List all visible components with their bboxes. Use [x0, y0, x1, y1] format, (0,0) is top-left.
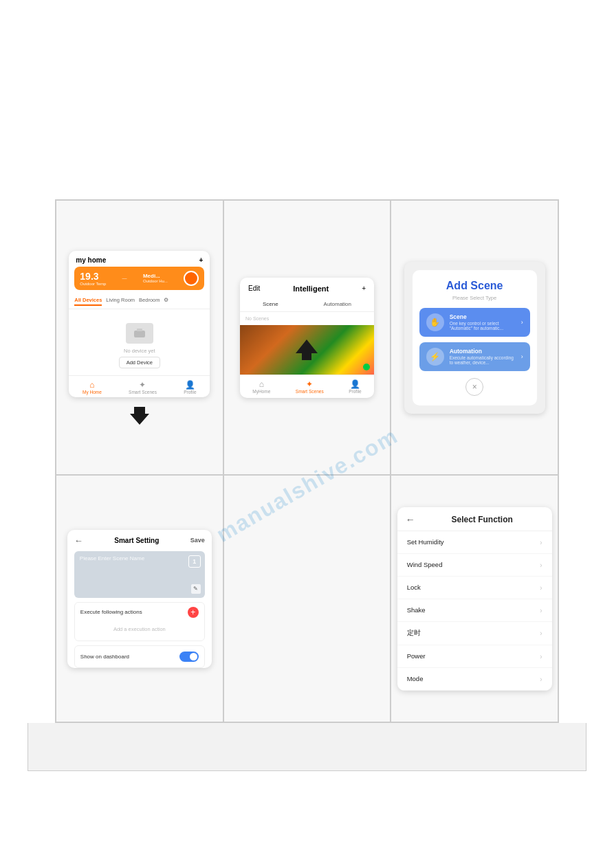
function-item-arrow-icon: › [540, 629, 542, 637]
bottom-gray-bar [28, 723, 586, 771]
edit-label[interactable]: Edit [248, 285, 260, 292]
scenes-nav-home[interactable]: ⌂ MyHome [252, 379, 270, 394]
settings-icon[interactable]: ⚙ [164, 297, 168, 306]
intelligent-label: Intelligent [293, 285, 329, 293]
scenes-nav-profile[interactable]: 👤 Profile [349, 379, 361, 394]
function-item-arrow-icon: › [540, 675, 542, 683]
smart-setting-screen: ← Smart Setting Save Please Enter Scene … [67, 530, 212, 668]
cell-empty-middle [223, 475, 391, 722]
humidity-label: Outdoor Hu... [143, 279, 168, 283]
automation-icon: ⚡ [426, 348, 444, 366]
nav-smart-scenes[interactable]: ✦ Smart Scenes [129, 380, 157, 394]
scene-number-badge: 1 [188, 555, 201, 568]
nav-my-home[interactable]: ⌂ My Home [83, 380, 102, 394]
function-header: ← Select Function [397, 507, 552, 531]
scene-option-arrow-icon: › [521, 319, 523, 326]
scene-option-title: Scene [450, 313, 516, 320]
cell-select-function: ← Select Function Set Humidity › Wind Sp… [391, 475, 558, 722]
automation-option-arrow-icon: › [521, 353, 523, 360]
scene-option-desc: One key control or select "Automatic" fo… [450, 321, 516, 331]
add-home-icon[interactable]: + [199, 256, 203, 264]
device-area: No device yet Add Device [69, 309, 210, 375]
function-item[interactable]: Lock › [397, 577, 552, 599]
tab-living-room[interactable]: Living Room [106, 297, 135, 306]
down-arrow-indicator [130, 407, 149, 425]
function-item[interactable]: Wind Speed › [397, 554, 552, 577]
dash-separator: — [122, 276, 127, 280]
dashboard-section: Show on dashboard [74, 645, 205, 668]
dashboard-label: Show on dashboard [80, 654, 129, 660]
medi-label: Medi... [143, 273, 168, 279]
automation-tab[interactable]: Automation [324, 300, 351, 309]
my-home-screen: my home + 19.3 Outdoor Temp — Medi... Ou… [69, 251, 210, 397]
actions-section: Execute following actions + Add a execut… [74, 602, 205, 641]
add-scene-subtitle: Please Select Type [419, 295, 530, 301]
function-item-arrow-icon: › [540, 561, 542, 569]
automation-option-button[interactable]: ⚡ Automation Execute automatically accor… [419, 342, 530, 371]
actions-header: Execute following actions + [80, 607, 199, 618]
select-function-screen: ← Select Function Set Humidity › Wind Sp… [397, 507, 552, 691]
dashboard-toggle[interactable] [179, 652, 199, 662]
status-dot [363, 364, 370, 370]
function-item-arrow-icon: › [540, 606, 542, 614]
scene-name-placeholder[interactable]: Please Enter Scene Name [80, 555, 144, 561]
setting-back-icon[interactable]: ← [74, 535, 83, 546]
scene-name-box: Please Enter Scene Name 1 ✎ [74, 551, 205, 598]
function-item-label: Set Humidity [407, 538, 444, 546]
device-tab-bar: All Devices Living Room Bedroom ⚙ [69, 294, 210, 309]
function-item[interactable]: 定时 › [397, 622, 552, 645]
add-scene-card: Add Scene Please Select Type ✋ Scene One… [413, 270, 537, 405]
automation-option-title: Automation [450, 348, 516, 355]
setting-title: Smart Setting [114, 537, 159, 544]
phone-header: my home + [69, 251, 210, 267]
cell-add-scene: Add Scene Please Select Type ✋ Scene One… [391, 200, 558, 475]
close-button[interactable]: × [465, 378, 483, 396]
function-item[interactable]: Power › [397, 645, 552, 668]
bottom-nav: ⌂ My Home ✦ Smart Scenes 👤 Profile [69, 375, 210, 397]
nav-profile[interactable]: 👤 Profile [184, 380, 196, 394]
scene-option-text: Scene One key control or select "Automat… [450, 313, 516, 331]
function-item[interactable]: Set Humidity › [397, 531, 552, 554]
function-item-label: Shake [407, 606, 426, 614]
function-item-label: Power [407, 652, 426, 660]
setting-save-button[interactable]: Save [190, 537, 205, 544]
add-scene-icon[interactable]: + [362, 285, 366, 292]
automation-option-desc: Execute automatically according to weath… [450, 355, 516, 365]
home-label: my home [76, 256, 106, 264]
tab-all-devices[interactable]: All Devices [74, 297, 102, 306]
function-title: Select Function [421, 515, 544, 524]
setting-header: ← Smart Setting Save [67, 530, 212, 551]
add-device-button[interactable]: Add Device [119, 357, 160, 368]
add-execution-placeholder[interactable]: Add a execution action [80, 622, 199, 636]
tab-bedroom[interactable]: Bedroom [139, 297, 160, 306]
scene-hand-icon: ✋ [426, 313, 444, 331]
smart-scenes-screen: Edit Intelligent + Scene Automation No S… [240, 278, 374, 398]
cell-my-home: my home + 19.3 Outdoor Temp — Medi... Ou… [56, 200, 223, 475]
actions-title: Execute following actions [80, 609, 142, 615]
temp-value: 19.3 [80, 271, 106, 282]
function-item[interactable]: Shake › [397, 599, 552, 622]
weather-temp-section: 19.3 Outdoor Temp [80, 271, 106, 286]
no-scenes-label: No Scenes [240, 312, 374, 325]
function-item-label: Wind Speed [407, 561, 443, 568]
weather-bar: 19.3 Outdoor Temp — Medi... Outdoor Hu..… [74, 267, 204, 290]
function-item-arrow-icon: › [540, 538, 542, 546]
device-placeholder-icon [126, 323, 153, 344]
add-scene-title: Add Scene [419, 280, 530, 292]
function-list: Set Humidity › Wind Speed › Lock › Shake… [397, 531, 552, 691]
cell-smart-scenes: Edit Intelligent + Scene Automation No S… [223, 200, 391, 475]
function-item-label: Lock [407, 583, 421, 591]
cell-smart-setting: ← Smart Setting Save Please Enter Scene … [56, 475, 223, 722]
scenes-nav-smart-scenes[interactable]: ✦ Smart Scenes [296, 379, 324, 394]
function-item[interactable]: Mode › [397, 668, 552, 691]
add-action-button[interactable]: + [188, 607, 199, 618]
function-back-icon[interactable]: ← [406, 514, 415, 525]
automation-option-text: Automation Execute automatically accordi… [450, 348, 516, 365]
scene-option-button[interactable]: ✋ Scene One key control or select "Autom… [419, 308, 530, 337]
add-scene-screen: Add Scene Please Select Type ✋ Scene One… [404, 262, 545, 414]
scene-tab[interactable]: Scene [263, 300, 278, 309]
outdoor-label: Outdoor Temp [80, 282, 106, 286]
up-arrow-overlay [296, 340, 318, 360]
scene-edit-icon[interactable]: ✎ [191, 584, 201, 594]
power-toggle[interactable] [184, 271, 199, 286]
